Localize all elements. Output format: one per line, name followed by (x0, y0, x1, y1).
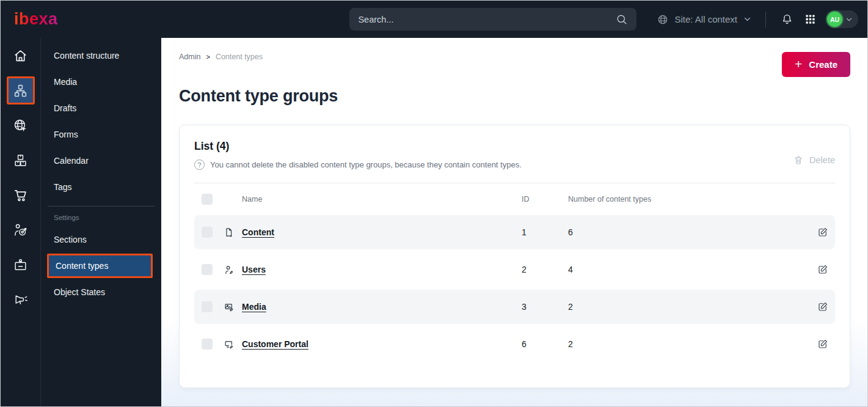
globe-icon (657, 13, 669, 26)
icon-rail (1, 38, 40, 407)
content-type-groups-table: Name ID Number of content types (194, 183, 835, 361)
group-count: 6 (564, 227, 811, 237)
user-menu[interactable]: AU (826, 10, 858, 28)
search-icon[interactable] (616, 13, 628, 26)
rail-personalization-button[interactable] (7, 216, 35, 244)
edit-icon (817, 339, 828, 350)
rail-campaign-button[interactable] (7, 285, 35, 314)
trash-icon (793, 155, 804, 166)
sidebar-item-tags[interactable]: Tags (41, 174, 161, 200)
admin-badge-icon (13, 257, 28, 273)
sidebar-item-object-states[interactable]: Object States (41, 279, 161, 305)
help-icon: ? (194, 160, 205, 170)
rail-admin-button[interactable] (7, 251, 35, 279)
column-header-name: Name (242, 195, 518, 204)
group-id: 6 (518, 339, 564, 349)
delete-button-label: Delete (809, 155, 835, 165)
group-count: 2 (564, 339, 811, 349)
sidebar-item-drafts[interactable]: Drafts (41, 95, 161, 121)
sidebar-divider (48, 206, 155, 207)
edit-button[interactable] (811, 227, 835, 238)
group-link[interactable]: Content (242, 227, 274, 237)
delete-button[interactable]: Delete (793, 150, 835, 170)
row-checkbox[interactable] (202, 301, 213, 312)
breadcrumb-separator-icon: > (206, 53, 210, 61)
breadcrumb-content-types: Content types (216, 53, 263, 61)
file-icon (222, 227, 242, 238)
bell-icon (781, 13, 793, 26)
rail-site-button[interactable] (7, 111, 35, 139)
group-count: 4 (564, 265, 811, 274)
group-id: 2 (518, 265, 564, 274)
sidebar-item-sections[interactable]: Sections (41, 226, 161, 252)
sidebar-item-media[interactable]: Media (41, 68, 161, 95)
main-content: Admin > Content types + Create Content t… (161, 38, 868, 407)
column-header-count: Number of content types (564, 195, 811, 204)
personalization-target-icon (13, 222, 28, 238)
rail-home-button[interactable] (7, 42, 35, 70)
edit-button[interactable] (811, 264, 835, 275)
edit-icon (817, 227, 828, 238)
table-row: Media 3 2 (194, 290, 835, 324)
app-window: ibexa Site: All context (0, 0, 868, 407)
shopping-cart-icon (13, 188, 28, 203)
sidebar-item-content-structure[interactable]: Content structure (41, 42, 161, 68)
group-id: 3 (518, 302, 564, 312)
chevron-down-icon (743, 15, 752, 24)
page-title: Content type groups (179, 87, 850, 106)
edit-button[interactable] (811, 301, 835, 312)
group-link[interactable]: Media (242, 302, 266, 312)
search-bar[interactable] (349, 8, 636, 31)
column-header-id: ID (518, 195, 564, 204)
table-row: Content 1 6 (194, 215, 835, 249)
create-button-label: Create (809, 59, 837, 70)
create-button[interactable]: + Create (782, 52, 850, 77)
edit-icon (817, 301, 828, 312)
sidebar-section-label: Settings (41, 210, 161, 226)
sidebar: Content structure Media Drafts Forms Cal… (40, 38, 161, 407)
topbar-right-cluster: Site: All context (657, 10, 858, 28)
breadcrumb: Admin > Content types (179, 53, 850, 61)
group-count: 2 (564, 302, 811, 312)
rail-commerce-button[interactable] (7, 181, 35, 209)
rail-product-catalog-button[interactable] (7, 146, 35, 174)
table-row: Users 2 4 (194, 252, 835, 287)
row-checkbox[interactable] (202, 227, 213, 238)
table-row: Customer Portal 6 2 (194, 327, 835, 361)
plus-icon: + (795, 57, 802, 70)
avatar: AU (827, 12, 842, 27)
group-link[interactable]: Users (242, 265, 266, 274)
monitor-icon (222, 339, 242, 350)
breadcrumb-admin[interactable]: Admin (179, 53, 200, 61)
group-id: 1 (518, 227, 564, 237)
product-boxes-icon (13, 153, 28, 168)
notifications-button[interactable] (779, 12, 795, 27)
site-globe-icon (13, 118, 28, 133)
search-input[interactable] (358, 15, 616, 24)
home-icon (13, 48, 28, 64)
info-row: ? You cannot delete the disabled content… (194, 160, 522, 170)
edit-icon (817, 264, 828, 275)
rail-content-structure-button[interactable] (7, 76, 35, 105)
user-icon (222, 265, 242, 275)
topbar: ibexa Site: All context (1, 1, 867, 38)
edit-button[interactable] (811, 339, 835, 350)
table-header-row: Name ID Number of content types (194, 183, 835, 215)
site-context-selector[interactable]: Site: All context (657, 13, 752, 26)
sidebar-item-forms[interactable]: Forms (41, 121, 161, 147)
grid-icon (804, 13, 816, 25)
sidebar-item-calendar[interactable]: Calendar (41, 147, 161, 174)
topbar-divider (765, 12, 766, 28)
list-title: List (4) (194, 140, 522, 153)
megaphone-icon (13, 292, 28, 307)
row-checkbox[interactable] (202, 264, 213, 275)
list-card: List (4) ? You cannot delete the disable… (179, 125, 850, 388)
ibexa-logo[interactable]: ibexa (14, 10, 58, 29)
sidebar-item-content-types[interactable]: Content types (47, 254, 153, 278)
row-checkbox[interactable] (202, 339, 213, 350)
site-context-label: Site: All context (674, 14, 737, 24)
group-link[interactable]: Customer Portal (242, 339, 308, 349)
apps-menu-button[interactable] (803, 12, 817, 26)
select-all-checkbox[interactable] (202, 194, 213, 205)
info-text: You cannot delete the disabled content t… (210, 160, 522, 169)
